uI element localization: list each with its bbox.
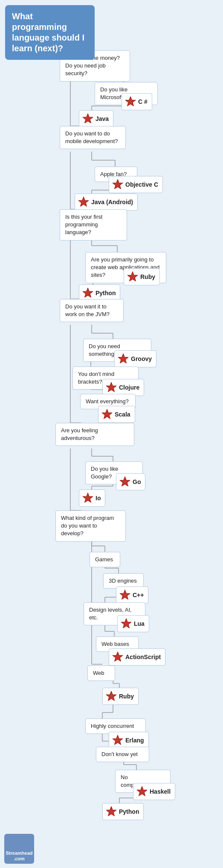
language-ruby2: Ruby <box>102 688 139 705</box>
question-jvm: Do you want it to work on the JVM? <box>60 299 124 322</box>
language-objc: Objective C <box>109 176 163 193</box>
svg-marker-95 <box>120 590 130 599</box>
svg-marker-92 <box>102 409 112 419</box>
language-ruby1: Ruby <box>124 268 160 285</box>
svg-marker-84 <box>125 97 136 106</box>
svg-marker-91 <box>106 382 116 392</box>
page-title: What programming language should I learn… <box>5 5 95 60</box>
language-java: Java <box>79 110 113 127</box>
language-erlang: Erlang <box>109 732 149 749</box>
svg-marker-93 <box>120 477 130 486</box>
question-dont-know: Don't know yet <box>96 747 149 762</box>
question-adventurous: Are you feeling adventurous? <box>55 423 134 446</box>
question-games: Games <box>90 552 120 567</box>
streamhead-logo: Streamhead .com <box>4 834 34 864</box>
svg-marker-88 <box>127 272 138 281</box>
question-mobile: Do you want to do mobile development? <box>60 126 126 149</box>
svg-marker-89 <box>83 288 93 297</box>
svg-marker-101 <box>106 806 116 816</box>
language-groovy: Groovy <box>114 350 156 367</box>
svg-marker-98 <box>106 691 116 701</box>
svg-marker-85 <box>83 114 93 123</box>
language-cpp: C++ <box>116 586 148 604</box>
language-lua: Lua <box>117 615 149 632</box>
language-scala: Scala <box>98 406 135 423</box>
svg-marker-99 <box>113 735 123 745</box>
language-actionscript: ActionScript <box>109 648 165 666</box>
language-go: Go <box>116 473 145 490</box>
language-csharp: C # <box>122 93 152 110</box>
svg-marker-97 <box>113 652 123 661</box>
language-clojure: Clojure <box>102 379 144 396</box>
streamhead-text: Streamhead .com <box>6 850 33 862</box>
svg-marker-94 <box>83 493 93 502</box>
svg-marker-96 <box>121 619 131 628</box>
language-java-android: Java (Android) <box>75 194 138 211</box>
question-web: Web <box>87 666 115 681</box>
language-haskell: Haskell <box>133 783 175 800</box>
language-io: Io <box>79 490 105 507</box>
question-first-lang: Is this your first programming language? <box>60 209 127 240</box>
question-program-type: What kind of program do you want to deve… <box>55 510 126 542</box>
svg-marker-86 <box>113 179 123 189</box>
svg-marker-90 <box>118 354 128 363</box>
language-python2: Python <box>102 803 144 820</box>
svg-marker-87 <box>78 197 89 206</box>
svg-marker-100 <box>137 786 147 796</box>
